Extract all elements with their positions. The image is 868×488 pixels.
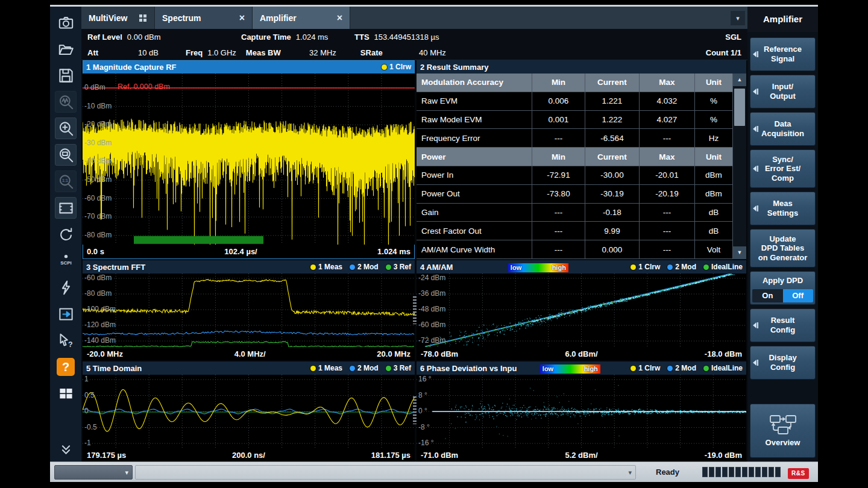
sample-rate-field[interactable]: SRate 40 MHz xyxy=(360,48,446,57)
table-row[interactable]: Frequency Error----6.564---Hz xyxy=(417,129,733,148)
panel-phase-deviation[interactable]: 6 Phase Deviation vs Inpu lowhigh 1 Clrw… xyxy=(417,361,746,461)
context-help-icon[interactable]: ? xyxy=(55,330,77,351)
collapse-toolbar-icon[interactable] xyxy=(55,439,77,460)
time-domain-titlebar[interactable]: 5 Time Domain 1 Meas2 Mod3 Ref xyxy=(83,361,415,375)
legend-item[interactable]: IdealLine xyxy=(703,263,743,271)
trigger-icon[interactable] xyxy=(55,277,77,298)
split-display-icon[interactable] xyxy=(55,197,77,219)
legend-item[interactable]: 3 Ref xyxy=(386,364,411,372)
legend-item[interactable]: 1 Meas xyxy=(310,263,342,271)
softkey-update-dpd-tables-on-generator[interactable]: UpdateDPD Tableson Generator xyxy=(750,229,816,267)
phase-deviation-titlebar[interactable]: 6 Phase Deviation vs Inpu lowhigh 1 Clrw… xyxy=(417,361,746,375)
overview-button[interactable]: Overview xyxy=(750,404,816,458)
magnitude-capture-plot[interactable]: 0 dBm-10 dBm-20 dBm-30 dBm-40 dBm-50 dBm… xyxy=(83,74,415,245)
softkey-data-acquisition[interactable]: DataAcquisition xyxy=(750,112,816,146)
zoom-1to1-icon[interactable]: 1:1 xyxy=(55,170,77,192)
softkey-meas-settings[interactable]: MeasSettings xyxy=(750,192,816,225)
legend-label: IdealLine xyxy=(711,364,743,372)
tts-field[interactable]: TTS 153.449451318 µs xyxy=(354,33,439,42)
legend-item[interactable]: 1 Clrw xyxy=(631,263,660,271)
zoom-icon[interactable] xyxy=(55,117,77,139)
scrollbar-thumb[interactable] xyxy=(734,89,745,126)
close-tab-icon[interactable]: × xyxy=(239,13,245,23)
legend-item[interactable]: 1 Meas xyxy=(310,364,342,372)
legend-item[interactable]: IdealLine xyxy=(703,364,743,372)
restart-sweep-icon[interactable] xyxy=(55,224,77,245)
panel-result-summary[interactable]: 2 Result Summary Modulation AccuracyMinC… xyxy=(417,60,746,259)
panel-time-domain[interactable]: 5 Time Domain 1 Meas2 Mod3 Ref 10.50-0.5… xyxy=(83,361,415,461)
legend-item[interactable]: 2 Mod xyxy=(667,364,696,372)
save-icon[interactable] xyxy=(55,64,77,86)
x-axis-scale: 102.4 µs/ xyxy=(224,247,257,256)
capture-time-field[interactable]: Capture Time 1.024 ms xyxy=(241,33,354,42)
table-row[interactable]: Crest Factor Out---9.99---dB xyxy=(417,222,733,240)
next-window-icon[interactable] xyxy=(55,303,77,325)
legend-item[interactable]: 2 Mod xyxy=(667,263,696,271)
softkey-reference-signal[interactable]: ReferenceSignal xyxy=(750,37,816,71)
panel-spectrum-fft[interactable]: 3 Spectrum FFT 1 Meas2 Mod3 Ref -60 dBm-… xyxy=(83,260,415,360)
am-am-titlebar[interactable]: 4 AM/AM lowhigh 1 Clrw2 ModIdealLine xyxy=(417,260,746,274)
x-axis-scale: 6.0 dBm/ xyxy=(565,349,597,358)
x-axis-labels: 0.0 s 102.4 µs/ 1.024 ms xyxy=(83,245,415,258)
softkey-result-config[interactable]: ResultConfig xyxy=(750,308,816,342)
window-list-dropdown[interactable]: ▾ xyxy=(731,11,745,25)
table-scrollbar[interactable]: ▲ ▼ xyxy=(733,74,746,259)
magnitude-capture-titlebar[interactable]: 1 Magnitude Capture RF 1 Clrw xyxy=(83,60,415,74)
screenshot-icon[interactable] xyxy=(55,11,77,33)
attenuation-field[interactable]: Att 10 dB xyxy=(87,48,159,57)
close-tab-icon[interactable]: × xyxy=(337,13,342,23)
legend-item[interactable]: 2 Mod xyxy=(350,364,379,372)
legend-item[interactable]: 3 Ref xyxy=(386,263,411,271)
status-left-dropdown[interactable]: ▾ xyxy=(54,465,133,480)
open-file-icon[interactable] xyxy=(55,38,77,60)
meter-segment xyxy=(715,467,721,477)
scroll-up-icon[interactable]: ▲ xyxy=(733,74,746,86)
legend-item[interactable]: 1 Clrw xyxy=(382,63,411,71)
windows-icon[interactable] xyxy=(55,383,77,404)
softkey-sync-error-est-comp[interactable]: Sync/Error Est/Comp xyxy=(750,149,816,188)
tab-spectrum[interactable]: Spectrum× xyxy=(155,7,253,29)
legend-item[interactable]: 2 Mod xyxy=(350,263,379,271)
table-row[interactable]: Raw Model EVM0.0011.2224.027% xyxy=(417,111,733,130)
frequency-field[interactable]: Freq 1.0 GHz xyxy=(186,48,236,57)
phase-deviation-plot[interactable]: 16 °8 °0 °-8 °-16 ° xyxy=(417,375,746,448)
window-splitter-handle[interactable] xyxy=(413,396,417,424)
panel-am-am[interactable]: 4 AM/AM lowhigh 1 Clrw2 ModIdealLine -24… xyxy=(417,260,746,360)
help-icon[interactable]: ? xyxy=(55,356,77,378)
apply-dpd-off[interactable]: Off xyxy=(783,289,813,302)
window-splitter-handle[interactable] xyxy=(413,296,417,324)
legend-item[interactable]: 1 Clrw xyxy=(631,364,660,372)
spectrum-fft-titlebar[interactable]: 3 Spectrum FFT 1 Meas2 Mod3 Ref xyxy=(83,260,415,274)
row-name: Raw Model EVM xyxy=(417,111,532,130)
am-am-plot[interactable]: -24 dBm-36 dBm-48 dBm-60 dBm-72 dBm xyxy=(417,274,746,347)
table-row[interactable]: Gain----0.18---dB xyxy=(417,204,733,222)
result-summary-titlebar[interactable]: 2 Result Summary xyxy=(417,60,746,74)
tab-amplifier[interactable]: Amplifier× xyxy=(253,7,350,29)
spectrum-fft-plot[interactable]: -60 dBm-80 dBm-100 dBm-120 dBm-140 dBm xyxy=(83,274,415,347)
table-row[interactable]: Power Out-73.80-30.19-20.19dBm xyxy=(417,185,733,204)
table-row[interactable]: AM/AM Curve Width---0.000---Volt xyxy=(417,240,733,259)
row-name: Crest Factor Out xyxy=(417,222,532,240)
x-axis-start: -78.0 dBm xyxy=(421,349,458,358)
softkey-apply-dpd[interactable]: Apply DPDOnOff xyxy=(750,271,816,305)
zoom-overview-icon[interactable] xyxy=(55,91,77,113)
meter-segment xyxy=(769,467,774,477)
meas-bw-field[interactable]: Meas BW 32 MHz xyxy=(246,48,336,57)
x-axis-labels: -20.0 MHz 4.0 MHz/ 20.0 MHz xyxy=(83,347,415,360)
apply-dpd-on[interactable]: On xyxy=(752,289,782,302)
analyzer-window: 1:1SCPI?? MultiView Spectrum×Amplifier× … xyxy=(50,5,818,482)
ref-level-field[interactable]: Ref Level 0.00 dBm xyxy=(87,33,241,42)
panel-magnitude-capture[interactable]: 1 Magnitude Capture RF 1 Clrw 0 dBm-10 d… xyxy=(83,60,415,259)
legend-label: 1 Clrw xyxy=(638,364,660,372)
time-domain-plot[interactable]: 10.50-0.5-1 xyxy=(83,375,415,448)
status-message-field[interactable]: ▾ xyxy=(135,465,636,480)
softkey-input-output[interactable]: Input/Output xyxy=(750,75,816,108)
softkey-display-config[interactable]: DisplayConfig xyxy=(750,346,816,380)
scpi-recorder-icon[interactable]: SCPI xyxy=(55,250,77,272)
table-row[interactable]: Raw EVM0.0061.2214.032% xyxy=(417,92,733,111)
tab-multiview[interactable]: MultiView xyxy=(81,7,155,29)
scroll-down-icon[interactable]: ▼ xyxy=(733,246,746,259)
max-value: --- xyxy=(640,222,695,240)
table-row[interactable]: Power In-72.91-30.00-20.01dBm xyxy=(417,166,733,185)
zoom-area-icon[interactable] xyxy=(55,144,77,166)
